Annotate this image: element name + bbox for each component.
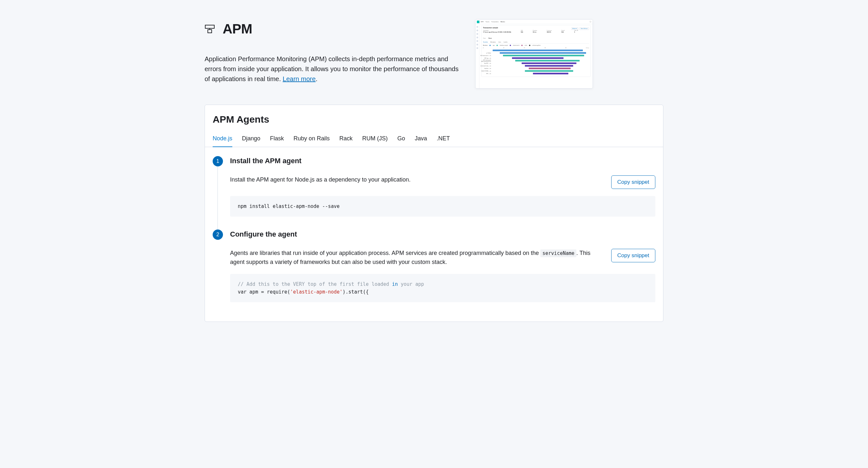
tab-node-js[interactable]: Node.js — [213, 132, 232, 147]
kibana-logo-icon — [477, 21, 479, 23]
code-snippet: npm install elastic-apm-node --save — [230, 196, 655, 216]
step-title: Install the APM agent — [230, 157, 655, 165]
agents-heading: APM Agents — [205, 114, 663, 128]
copy-snippet-button[interactable]: Copy snippet — [611, 175, 655, 189]
code-snippet: // Add this to the VERY top of the first… — [230, 274, 655, 302]
search-icon — [590, 21, 591, 23]
learn-more-link[interactable]: Learn more — [283, 75, 315, 82]
apm-agents-card: APM Agents Node.jsDjangoFlaskRuby on Rai… — [205, 105, 663, 322]
svg-rect-0 — [205, 25, 214, 28]
page-description: Application Performance Monitoring (APM)… — [205, 54, 459, 84]
tab-ruby-on-rails[interactable]: Ruby on Rails — [293, 132, 330, 147]
preview-thumbnail: APMTracesTransactionsMetrics Transaction… — [475, 19, 593, 89]
tab-flask[interactable]: Flask — [270, 132, 284, 147]
copy-snippet-button[interactable]: Copy snippet — [611, 249, 655, 262]
step-description: Agents are libraries that run inside of … — [230, 249, 605, 267]
tab-rum-js-[interactable]: RUM (JS) — [362, 132, 388, 147]
step-description: Install the APM agent for Node.js as a d… — [230, 175, 605, 185]
tab-django[interactable]: Django — [242, 132, 260, 147]
tab--net[interactable]: .NET — [437, 132, 450, 147]
step-number: 1 — [213, 156, 223, 166]
tab-go[interactable]: Go — [397, 132, 405, 147]
apm-icon — [205, 24, 215, 34]
step-number: 2 — [213, 230, 223, 240]
step-title: Configure the agent — [230, 230, 655, 238]
svg-rect-1 — [208, 30, 212, 33]
tab-java[interactable]: Java — [415, 132, 427, 147]
tab-rack[interactable]: Rack — [339, 132, 352, 147]
page-title: APM — [223, 21, 252, 37]
